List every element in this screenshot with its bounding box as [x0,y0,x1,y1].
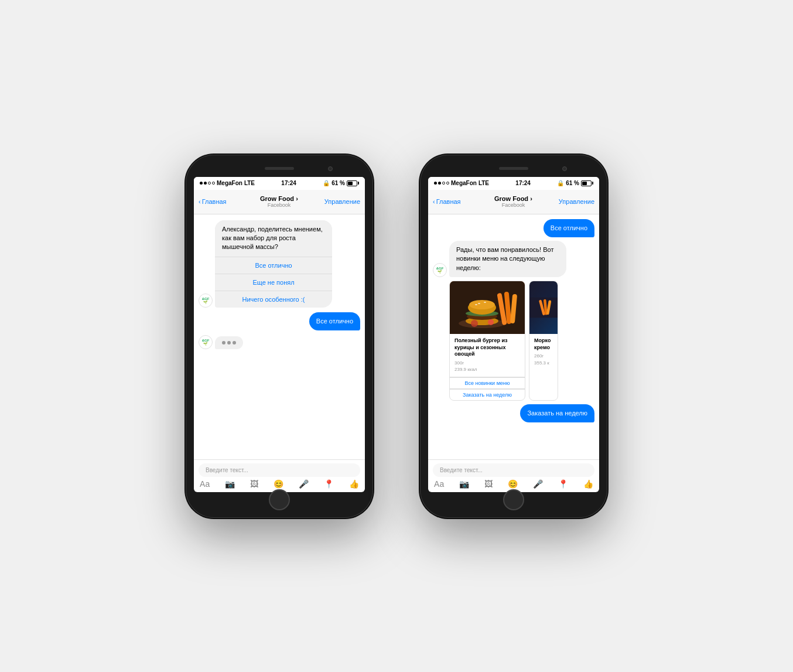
user-bubble-1: Все отлично [309,312,360,330]
product-2-image [529,281,558,334]
phone-1: MegaFon LTE 17:24 🔒 61 % [186,155,373,518]
mic-icon[interactable]: 🎤 [299,479,309,489]
phone-1-nav-bar: ‹ Главная Grow Food › Facebook Управлени… [194,190,365,214]
aa-icon[interactable]: Аа [200,479,210,489]
option-btn-1[interactable]: Все отлично [215,257,332,274]
bot-logo-2: &GF🌱 [202,339,210,346]
product-1-weight: 300г [454,360,520,366]
nav-back-label: Главная [202,198,227,205]
user-msg-row-1: Все отлично [199,312,360,330]
phone-2-home-button[interactable] [503,489,524,510]
phone-2-nav-title: Grow Food › [494,195,532,202]
phone-1-top-bar [194,163,365,175]
phone-1-nav-title: Grow Food › [260,195,298,202]
option-btn-2[interactable]: Еще не понял [215,274,332,291]
phone-2-text-input[interactable]: Введите текст... [433,463,594,477]
phone-1-nav-action[interactable]: Управление [324,198,360,205]
svg-point-13 [471,320,478,327]
gallery-icon-2[interactable]: 🖼 [484,479,493,489]
phone-1-status-bar: MegaFon LTE 17:24 🔒 61 % [194,177,365,190]
like-icon[interactable]: 👍 [349,479,359,489]
status-2-right: 🔒 61 % [557,180,593,186]
signal-dot-2-2 [438,182,441,185]
typing-indicator [215,336,243,349]
product-1-info: Полезный бургер из курицы и сезонных ово… [450,334,525,376]
options-question: Александр, поделитесь мнением, как вам н… [215,220,332,257]
product-2-name: Морко кремо [534,337,553,351]
camera-icon[interactable]: 📷 [225,479,235,489]
svg-point-6 [469,300,495,309]
phone-2-input-bar: Введите текст... Аа 📷 🖼 😊 🎤 📍 👍 [428,459,599,492]
product-2-info: Морко кремо 260г 355.3 к [529,334,558,370]
emoji-icon[interactable]: 😊 [274,479,283,489]
user-msg-row-2-1: Все отлично [433,219,594,237]
bot-avatar-2: &GF🌱 [433,263,447,277]
burger-svg [450,281,525,334]
typing-dot-1 [222,341,225,344]
phone-2-nav-action[interactable]: Управление [559,198,594,205]
phone-2-top-bar [428,163,599,175]
battery-cap-2 [592,182,593,185]
user-bubble-2-1: Все отлично [544,219,594,237]
battery-indicator-2 [581,180,593,186]
phone-2-nav-subtitle: Facebook [502,202,525,208]
bot-avatar-typing: &GF🌱 [199,335,213,349]
product-1-image [450,281,525,334]
battery-indicator [347,180,359,186]
phone-1-bottom [194,492,365,510]
product-2-weight: 260г [534,353,553,359]
carrier-name-2: MegaFon [451,180,477,186]
phone-1-nav-subtitle: Facebook [268,202,291,208]
carrot-svg [529,281,558,334]
bot-avatar-1: &GF🌱 [199,294,213,308]
svg-point-9 [475,304,477,305]
aa-icon-2[interactable]: Аа [434,479,444,489]
location-icon[interactable]: 📍 [324,479,334,489]
card-1-action-2[interactable]: Заказать на неделю [450,389,525,400]
bot-logo: &GF🌱 [202,297,210,304]
nav-arrow: › [296,195,298,202]
phone-2-camera [562,166,567,171]
battery-body [347,180,357,186]
signal-dot-2-4 [446,182,449,185]
product-cards-row: Полезный бургер из курицы и сезонных ово… [449,281,594,400]
typing-dot-2 [227,341,231,344]
signal-dots-2 [434,182,449,185]
typing-dot-3 [233,341,236,344]
option-btn-3[interactable]: Ничего особенного :( [215,291,332,308]
svg-point-14 [488,319,494,325]
battery-fill-2 [582,182,587,185]
status-2-left: MegaFon LTE [434,180,489,186]
product-1-calories: 239.9 ккал [454,366,520,373]
location-icon-2[interactable]: 📍 [558,479,568,489]
phone-1-screen: MegaFon LTE 17:24 🔒 61 % [194,177,365,492]
phone-2-nav-bar: ‹ Главная Grow Food › Facebook Управлени… [428,190,599,214]
signal-dot-1 [200,182,203,185]
phone-2-speaker [499,167,528,170]
phones-container: MegaFon LTE 17:24 🔒 61 % [186,120,607,553]
carrier-name: MegaFon [217,180,242,186]
emoji-icon-2[interactable]: 😊 [508,479,518,489]
svg-point-8 [484,302,486,303]
signal-dot-2 [204,182,207,185]
phone-1-home-button[interactable] [269,489,290,510]
mic-icon-2[interactable]: 🎤 [533,479,543,489]
card-1-action-1[interactable]: Все новинки меню [450,377,525,388]
phone-2-input-icons: Аа 📷 🖼 😊 🎤 📍 👍 [433,479,594,489]
phone-2-screen: MegaFon LTE 17:24 🔒 61 % [428,177,599,492]
product-card-1: Полезный бургер из курицы и сезонных ово… [449,281,525,400]
battery-body-2 [581,180,592,186]
product-2-calories: 355.3 к [534,360,553,366]
signal-dots [200,182,215,185]
phone-1-camera [328,166,333,171]
signal-dot-2-1 [434,182,437,185]
phone-1-text-input[interactable]: Введите текст... [199,463,360,477]
phone-1-nav-back[interactable]: ‹ Главная [199,198,234,205]
typing-row: &GF🌱 [199,335,360,349]
camera-icon-2[interactable]: 📷 [459,479,469,489]
time-display-2: 17:24 [515,180,531,186]
nav-back-label-2: Главная [436,198,461,205]
like-icon-2[interactable]: 👍 [583,479,593,489]
phone-2-nav-back[interactable]: ‹ Главная [433,198,468,205]
gallery-icon[interactable]: 🖼 [250,479,258,489]
